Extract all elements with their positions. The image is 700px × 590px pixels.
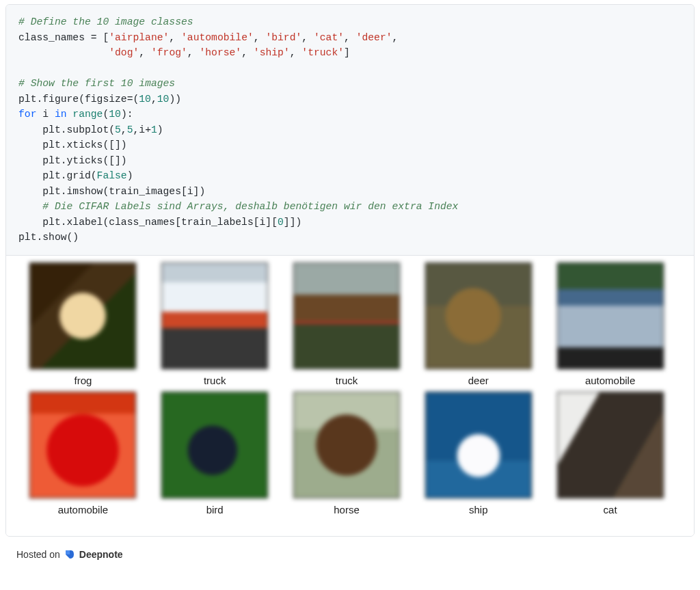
thumbnail-image (425, 392, 532, 498)
code-string: 'cat' (314, 32, 344, 43)
grid-item: deer (414, 263, 543, 392)
thumbnail-image (161, 392, 268, 498)
code-string: 'bird' (265, 32, 301, 43)
code-text: plt.figure(figsize=( (18, 94, 139, 105)
thumbnail-image (293, 392, 400, 498)
grid-item: cat (546, 392, 675, 521)
code-text: plt.imshow(train_images[i]) (18, 186, 205, 197)
thumbnail-label: ship (469, 504, 488, 515)
thumbnail-image (425, 263, 532, 369)
grid-item: truck (282, 263, 412, 392)
thumbnail-image (29, 392, 136, 498)
thumbnail-label: truck (336, 375, 358, 386)
grid-item: automobile (18, 392, 148, 521)
code-keyword: False (97, 170, 127, 181)
thumbnail-image (557, 392, 664, 498)
code-string: 'automobile' (181, 32, 254, 43)
code-input[interactable]: # Define the 10 image classes class_name… (6, 5, 694, 256)
notebook-cell: # Define the 10 image classes class_name… (5, 4, 695, 537)
code-comment: # Define the 10 image classes (18, 16, 193, 27)
footer: Hosted on Deepnote (0, 539, 700, 569)
code-number: 5 (127, 124, 133, 135)
code-string: 'frog' (151, 47, 187, 58)
code-string: 'ship' (254, 47, 290, 58)
code-builtin: range (67, 109, 103, 120)
thumbnail-label: automobile (58, 504, 108, 515)
grid-item: frog (18, 263, 148, 392)
thumbnail-label: frog (74, 375, 92, 386)
thumbnail-image (557, 263, 664, 369)
code-string: 'horse' (199, 47, 241, 58)
thumbnail-image (161, 263, 268, 369)
code-string: 'deer' (356, 32, 392, 43)
thumbnail-image (293, 263, 400, 369)
grid-item: automobile (546, 263, 675, 392)
code-comment: # Show the first 10 images (18, 78, 175, 89)
grid-item: truck (150, 263, 280, 392)
code-text: plt.subplot( (18, 124, 115, 135)
code-text: class_names = [ (18, 32, 109, 43)
footer-text: Hosted on (16, 549, 60, 560)
code-number: 0 (278, 217, 284, 228)
code-text: plt.xlabel(class_names[train_labels[i][ (18, 217, 278, 228)
grid-item: horse (282, 392, 412, 521)
code-string: 'airplane' (109, 32, 169, 43)
code-comment: # Die CIFAR Labels sind Arrays, deshalb … (18, 201, 458, 212)
footer-brand: Deepnote (79, 549, 123, 560)
code-text: plt.xticks([]) (18, 139, 127, 150)
thumbnail-label: deer (468, 375, 489, 386)
image-grid: frogtrucktruckdeerautomobileautomobilebi… (18, 263, 675, 521)
code-text: plt.yticks([]) (18, 155, 127, 166)
thumbnail-label: automobile (585, 375, 635, 386)
code-number: 10 (109, 109, 121, 120)
code-string: 'dog' (109, 47, 139, 58)
code-string: 'truck' (301, 47, 344, 58)
thumbnail-label: cat (604, 504, 617, 515)
code-keyword: for (18, 109, 36, 120)
code-text: plt.grid( (18, 170, 97, 181)
thumbnail-label: truck (204, 375, 226, 386)
code-keyword: in (55, 109, 67, 120)
thumbnail-label: horse (334, 504, 360, 515)
grid-item: ship (414, 392, 543, 521)
thumbnail-label: bird (206, 504, 224, 515)
grid-item: bird (150, 392, 280, 521)
code-number: 10 (157, 94, 170, 105)
code-text: plt.show() (18, 232, 79, 243)
code-number: 1 (151, 124, 157, 135)
output-area[interactable]: frogtrucktruckdeerautomobileautomobilebi… (6, 256, 694, 536)
deepnote-logo-icon (64, 549, 75, 560)
code-number: 10 (139, 94, 151, 105)
code-number: 5 (115, 124, 121, 135)
thumbnail-image (29, 263, 136, 369)
